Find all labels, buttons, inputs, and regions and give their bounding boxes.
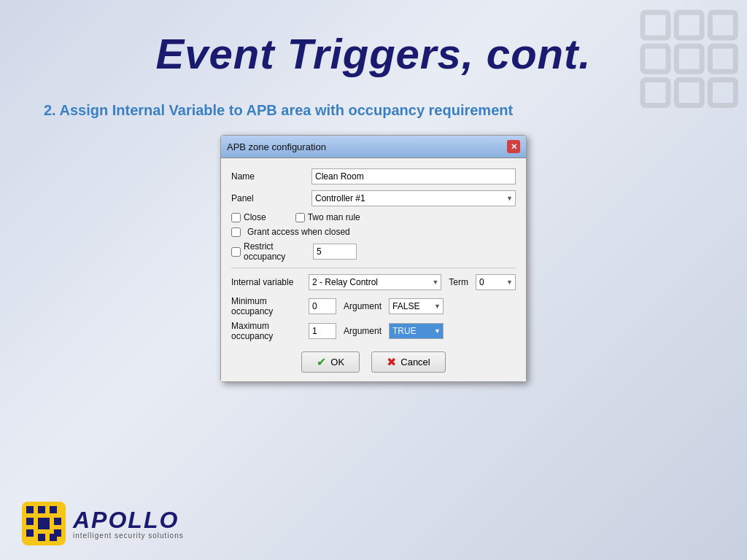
ok-label: OK xyxy=(330,357,344,368)
grant-access-checkbox[interactable] xyxy=(231,228,241,237)
svg-rect-12 xyxy=(50,506,57,513)
close-icon: ✕ xyxy=(511,142,517,152)
internal-variable-select-wrapper: 2 - Relay Control 1 - Variable 3 - Varia… xyxy=(309,274,441,290)
svg-rect-10 xyxy=(26,506,34,513)
ok-icon: ✔ xyxy=(317,355,326,369)
logo-name: APOLLO xyxy=(73,508,184,532)
ok-button[interactable]: ✔ OK xyxy=(301,351,360,373)
internal-variable-row: Internal variable 2 - Relay Control 1 - … xyxy=(231,274,516,290)
argument-select-1[interactable]: FALSE TRUE xyxy=(389,298,444,314)
svg-rect-0 xyxy=(643,12,668,38)
name-label: Name xyxy=(231,171,311,182)
two-man-rule-checkbox-item: Two man rule xyxy=(295,212,360,222)
svg-rect-16 xyxy=(26,529,34,537)
internal-variable-select[interactable]: 2 - Relay Control 1 - Variable 3 - Varia… xyxy=(309,274,441,290)
cancel-button[interactable]: ✖ Cancel xyxy=(371,351,445,373)
close-label: Close xyxy=(244,212,266,222)
term-select[interactable]: 0 1 2 xyxy=(476,274,516,290)
close-checkbox-item: Close xyxy=(231,212,266,222)
two-man-rule-label: Two man rule xyxy=(308,212,360,222)
restrict-occupancy-label: Restrict occupancy xyxy=(244,241,313,262)
svg-rect-17 xyxy=(38,534,45,541)
page-subtitle: 2. Assign Internal Variable to APB area … xyxy=(44,100,703,120)
dialog-body: Name Panel Controller #1 Controller #2 C… xyxy=(221,158,526,381)
checkbox-group-1: Close Two man rule xyxy=(231,212,516,222)
argument-label-2: Argument xyxy=(344,326,382,336)
maximum-occupancy-input[interactable] xyxy=(309,323,336,339)
minimum-occupancy-row: Minimum occupancy Argument FALSE TRUE xyxy=(231,296,516,316)
logo-area: APOLLO intelligent security solutions xyxy=(22,502,184,545)
internal-variable-label: Internal variable xyxy=(231,277,304,287)
page-title: Event Triggers, cont. xyxy=(0,0,747,78)
name-input[interactable] xyxy=(311,168,516,184)
divider xyxy=(231,268,516,268)
argument-label-1: Argument xyxy=(344,301,382,311)
button-row: ✔ OK ✖ Cancel xyxy=(231,351,516,373)
svg-rect-1 xyxy=(676,12,702,38)
apb-zone-dialog: APB zone configuration ✕ Name Panel Cont… xyxy=(220,135,527,382)
restrict-occupancy-input[interactable] xyxy=(313,244,357,260)
cancel-label: Cancel xyxy=(400,357,430,368)
dialog-titlebar: APB zone configuration ✕ xyxy=(221,136,526,158)
svg-rect-15 xyxy=(54,518,61,525)
watermark-icon xyxy=(638,7,740,109)
argument-select-2[interactable]: TRUE FALSE xyxy=(389,323,444,339)
cancel-icon: ✖ xyxy=(387,355,396,369)
minimum-occupancy-input[interactable] xyxy=(309,298,336,314)
apollo-logo-icon xyxy=(22,502,66,545)
restrict-occupancy-checkbox[interactable] xyxy=(231,247,241,257)
logo-tagline: intelligent security solutions xyxy=(73,532,184,540)
svg-rect-5 xyxy=(710,46,735,71)
argument-select-wrapper-1: FALSE TRUE xyxy=(389,298,444,314)
svg-rect-14 xyxy=(38,518,50,529)
dialog-title: APB zone configuration xyxy=(227,141,326,152)
argument-select-wrapper-2: TRUE FALSE xyxy=(389,323,444,339)
panel-row: Panel Controller #1 Controller #2 xyxy=(231,190,516,206)
svg-rect-7 xyxy=(676,79,702,105)
term-label: Term xyxy=(449,277,468,287)
panel-select-wrapper: Controller #1 Controller #2 xyxy=(311,190,516,206)
minimum-occupancy-label: Minimum occupancy xyxy=(231,296,304,316)
maximum-occupancy-label: Maximum occupancy xyxy=(231,321,304,341)
two-man-rule-checkbox[interactable] xyxy=(295,213,305,222)
term-select-wrapper: 0 1 2 xyxy=(476,274,516,290)
svg-rect-8 xyxy=(710,79,735,105)
dialog-close-button[interactable]: ✕ xyxy=(507,140,520,153)
panel-select[interactable]: Controller #1 Controller #2 xyxy=(311,190,516,206)
name-row: Name xyxy=(231,168,516,184)
svg-rect-6 xyxy=(643,79,668,105)
grant-access-label: Grant access when closed xyxy=(247,227,350,237)
grant-access-row: Grant access when closed xyxy=(231,227,516,237)
maximum-occupancy-row: Maximum occupancy Argument TRUE FALSE xyxy=(231,321,516,341)
logo-text-area: APOLLO intelligent security solutions xyxy=(73,508,184,540)
close-checkbox[interactable] xyxy=(231,213,241,222)
restrict-occupancy-row: Restrict occupancy xyxy=(231,241,516,262)
svg-rect-11 xyxy=(38,506,45,513)
svg-rect-19 xyxy=(54,529,61,537)
svg-rect-13 xyxy=(26,518,34,525)
svg-rect-3 xyxy=(643,46,668,71)
panel-label: Panel xyxy=(231,193,311,203)
svg-rect-4 xyxy=(676,46,702,71)
svg-rect-2 xyxy=(710,12,735,38)
